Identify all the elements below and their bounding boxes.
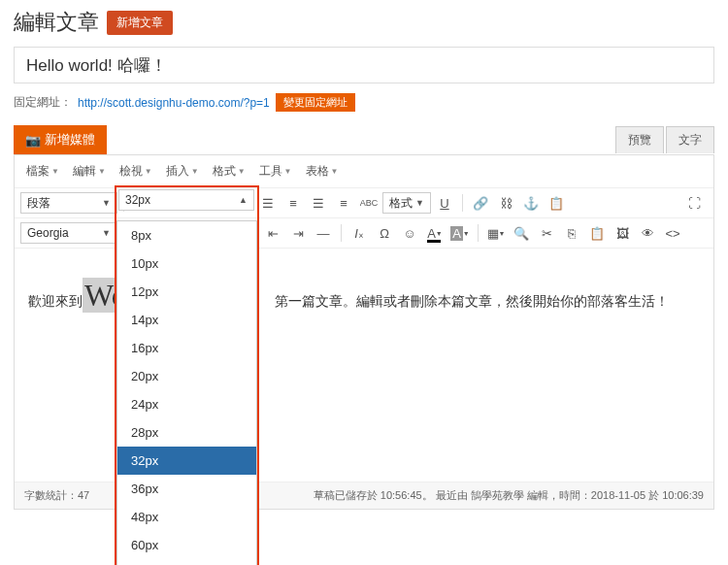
tab-visual[interactable]: 預覽 xyxy=(615,126,664,153)
font-select[interactable]: Georgia▼ xyxy=(20,222,117,244)
add-media-label: 新增媒體 xyxy=(45,131,95,149)
image-button[interactable]: 🖼 xyxy=(611,222,634,244)
font-size-select[interactable]: 32px▲ xyxy=(118,189,254,211)
menu-format[interactable]: 格式▼ xyxy=(207,159,251,183)
read-more-button[interactable]: ABC xyxy=(357,192,381,214)
cut-button[interactable]: ✂ xyxy=(535,222,558,244)
font-size-option[interactable]: 32px xyxy=(117,447,256,475)
font-size-option-list: 8px10px12px14px16px20px24px28px32px36px4… xyxy=(116,220,257,517)
add-new-post-button[interactable]: 新增文章 xyxy=(107,11,173,35)
page-title: 編輯文章 xyxy=(14,8,99,37)
menu-file[interactable]: 檔案▼ xyxy=(20,159,65,183)
unlink-button[interactable]: ⛓ xyxy=(494,192,517,214)
menubar: 檔案▼ 編輯▼ 檢視▼ 插入▼ 格式▼ 工具▼ 表格▼ xyxy=(15,155,713,188)
word-count: 字數統計：47 xyxy=(24,488,89,503)
permalink-label: 固定網址： xyxy=(14,94,72,111)
align-justify-button[interactable]: ≡ xyxy=(332,192,355,214)
paste-text-button[interactable]: 📋 xyxy=(585,222,609,244)
menu-insert[interactable]: 插入▼ xyxy=(160,159,205,183)
align-right-button[interactable]: ☰ xyxy=(307,192,330,214)
fullscreen-button[interactable]: ⛶ xyxy=(682,192,706,214)
font-size-option[interactable]: 36px xyxy=(117,475,256,503)
font-size-dropdown-highlight: 32px▲ 8px10px12px14px16px20px24px28px32p… xyxy=(115,185,259,517)
align-center-button[interactable]: ≡ xyxy=(281,192,305,214)
permalink-url[interactable]: http://scott.designhu-demo.com/?p=1 xyxy=(78,96,270,110)
find-button[interactable]: 🔍 xyxy=(510,222,533,244)
code-button[interactable]: <> xyxy=(661,222,684,244)
post-title-input[interactable] xyxy=(14,47,714,83)
font-size-option[interactable]: 12px xyxy=(117,278,256,306)
link-button[interactable]: 🔗 xyxy=(469,192,492,214)
menu-view[interactable]: 檢視▼ xyxy=(114,159,158,183)
add-media-button[interactable]: 📷 新增媒體 xyxy=(14,125,107,154)
format-select[interactable]: 格式▼ xyxy=(382,192,431,214)
font-size-option[interactable]: 14px xyxy=(117,306,256,334)
content-rest: 第一篇文章。編輯或者刪除本篇文章，然後開始你的部落客生活！ xyxy=(275,293,669,311)
content-prefix: 歡迎來到 xyxy=(28,293,83,311)
font-size-option[interactable]: 48px xyxy=(117,503,256,517)
anchor-button[interactable]: ⚓ xyxy=(519,192,543,214)
table-button[interactable]: ▦▼ xyxy=(484,222,508,244)
hr-button[interactable]: — xyxy=(312,222,335,244)
save-status: 草稿已儲存於 10:56:45。 最近由 鵠學苑教學 編輯，時間：2018-11… xyxy=(314,488,704,503)
text-color-button[interactable]: A▼ xyxy=(423,222,447,244)
font-size-option[interactable]: 28px xyxy=(117,418,256,447)
clear-format-button[interactable]: Iₓ xyxy=(347,222,371,244)
tab-text[interactable]: 文字 xyxy=(666,126,714,153)
menu-edit[interactable]: 編輯▼ xyxy=(67,159,112,183)
underline-button[interactable]: U xyxy=(433,192,456,214)
paragraph-select[interactable]: 段落▼ xyxy=(20,192,117,214)
menu-tools[interactable]: 工具▼ xyxy=(253,159,298,183)
copy-button[interactable]: ⎘ xyxy=(560,222,583,244)
font-size-option[interactable]: 20px xyxy=(117,362,256,390)
align-left-button[interactable]: ☰ xyxy=(256,192,280,214)
font-size-option[interactable]: 16px xyxy=(117,334,256,362)
menu-table[interactable]: 表格▼ xyxy=(300,159,345,183)
camera-icon: 📷 xyxy=(25,133,41,148)
font-size-option[interactable]: 24px xyxy=(117,390,256,418)
special-char-button[interactable]: Ω xyxy=(373,222,396,244)
outdent-button[interactable]: ⇤ xyxy=(261,222,284,244)
paste-button[interactable]: 📋 xyxy=(545,192,568,214)
emoticon-button[interactable]: ☺ xyxy=(398,222,421,244)
bg-color-button[interactable]: A▼ xyxy=(448,222,472,244)
change-permalink-button[interactable]: 變更固定網址 xyxy=(276,93,355,112)
indent-button[interactable]: ⇥ xyxy=(286,222,310,244)
preview-button[interactable]: 👁 xyxy=(636,222,659,244)
font-size-option[interactable]: 8px xyxy=(117,221,256,249)
font-size-option[interactable]: 10px xyxy=(117,249,256,278)
